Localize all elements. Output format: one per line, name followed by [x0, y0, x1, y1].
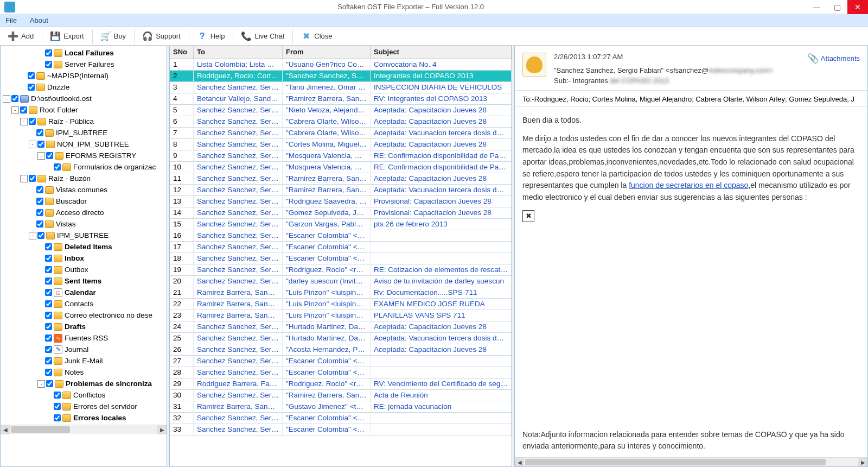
tree-node[interactable]: IPM_SUBTREE — [1, 127, 167, 138]
grid-row[interactable]: 9Sanchez Sanchez, Sergio F..."Mosquera V… — [170, 150, 512, 162]
grid-row[interactable]: 23Ramirez Barrera, Sandra ..."Luis Pinzo… — [170, 310, 512, 321]
tree-checkbox[interactable] — [36, 186, 43, 193]
tree-checkbox[interactable] — [36, 129, 43, 136]
grid-row[interactable]: 30Sanchez Sanchez, Sergio F..."Ramirez B… — [170, 390, 512, 401]
tree-node[interactable]: Server Failures — [1, 59, 167, 70]
export-button[interactable]: 💾Export — [44, 29, 90, 44]
grid-row[interactable]: 12Sanchez Sanchez, Sergio F..."Ramirez B… — [170, 185, 512, 196]
grid-row[interactable]: 25Sanchez Sanchez, Sergio F..."Hurtado M… — [170, 333, 512, 344]
folder-tree-panel[interactable]: Local FailuresServer Failures~MAPISP(Int… — [0, 46, 167, 467]
tree-toggle-icon[interactable]: - — [37, 380, 45, 388]
tree-toggle-icon[interactable]: - — [29, 232, 36, 239]
tree-checkbox[interactable] — [46, 380, 53, 387]
tree-toggle-icon[interactable]: - — [11, 106, 19, 114]
tree-node[interactable]: ~MAPISP(Internal) — [1, 70, 167, 81]
scroll-left-icon[interactable]: ◀ — [1, 425, 10, 434]
attachments-link[interactable]: 📎Attachments — [807, 53, 860, 64]
tree-node[interactable]: Errores del servidor — [1, 401, 167, 412]
grid-row[interactable]: 32Sanchez Sanchez, Sergio F..."Escaner C… — [170, 413, 512, 424]
tree-node[interactable]: Junk E-Mail — [1, 355, 167, 367]
tree-toggle-icon[interactable]: - — [3, 95, 10, 103]
tree-node[interactable]: Outbox — [1, 264, 167, 275]
tree-checkbox[interactable] — [36, 220, 43, 228]
grid-row[interactable]: 24Sanchez Sanchez, Sergio F..."Hurtado M… — [170, 321, 512, 333]
tree-toggle-icon[interactable]: - — [37, 152, 45, 160]
grid-row[interactable]: 21Ramirez Barrera, Sandra ..."Luis Pinzo… — [170, 287, 512, 299]
tree-checkbox[interactable] — [45, 335, 52, 342]
grid-row[interactable]: 31Ramirez Barrera, Sandra ..."Gustavo Ji… — [170, 401, 512, 413]
grid-row[interactable]: 3Sanchez Sanchez, Sergio F..."Tano Jimen… — [170, 82, 512, 93]
tree-checkbox[interactable] — [45, 300, 52, 307]
tree-node[interactable]: Local Failures — [1, 47, 167, 59]
tree-node[interactable]: Buscador — [1, 195, 167, 207]
col-to[interactable]: To — [194, 46, 283, 59]
tree-checkbox[interactable] — [54, 403, 61, 410]
tree-checkbox[interactable] — [45, 277, 52, 285]
tree-node[interactable]: Vistas — [1, 218, 167, 230]
close-button[interactable]: ✖Close — [295, 29, 338, 44]
tree-node[interactable]: Vistas comunes — [1, 184, 167, 195]
message-grid-panel[interactable]: SNo To From Subject 1Lista Colombia; Lis… — [169, 46, 512, 467]
tree-checkbox[interactable] — [36, 209, 43, 216]
tree-checkbox[interactable] — [45, 369, 52, 376]
tree-checkbox[interactable] — [45, 61, 52, 68]
tree-node[interactable]: -Root Folder — [1, 104, 167, 116]
grid-row[interactable]: 22Ramirez Barrera, Sandra ..."Luis Pinzo… — [170, 299, 512, 310]
tree-node[interactable]: -NON_IPM_SUBTREE — [1, 138, 167, 150]
tree-node[interactable]: -Problemas de sincroniza — [1, 378, 167, 389]
col-subject[interactable]: Subject — [371, 46, 512, 59]
menu-about[interactable]: About — [30, 16, 48, 24]
grid-row[interactable]: 6Sanchez Sanchez, Sergio F..."Cabrera Ol… — [170, 116, 512, 128]
minimize-button[interactable]: — — [806, 0, 827, 14]
scroll-left-icon[interactable]: ◀ — [515, 458, 524, 467]
grid-row[interactable]: 15Sanchez Sanchez, Sergio F..."Garzon Va… — [170, 219, 512, 230]
tree-checkbox[interactable] — [29, 175, 36, 182]
add-button[interactable]: ➕Add — [2, 29, 40, 44]
tree-checkbox[interactable] — [28, 72, 35, 79]
tree-node[interactable]: Inbox — [1, 253, 167, 264]
preview-hscroll[interactable]: ◀ ▶ — [515, 457, 867, 466]
help-button[interactable]: ?Help — [192, 29, 231, 44]
tree-checkbox[interactable] — [37, 141, 44, 148]
buy-button[interactable]: 🛒Buy — [95, 29, 132, 44]
tree-checkbox[interactable] — [28, 84, 35, 91]
tree-node[interactable]: Correo electrónico no dese — [1, 310, 167, 321]
grid-row[interactable]: 7Sanchez Sanchez, Sergio F..."Cabrera Ol… — [170, 128, 512, 139]
tree-node[interactable]: ✎Journal — [1, 344, 167, 355]
scroll-right-icon[interactable]: ▶ — [157, 425, 167, 434]
grid-row[interactable]: 13Sanchez Sanchez, Sergio F..."Rodriguez… — [170, 196, 512, 207]
grid-row[interactable]: 29Rodriguez Barrera, Fabio"Rodriguez, Ro… — [170, 378, 512, 390]
tree-checkbox[interactable] — [54, 392, 61, 399]
support-button[interactable]: 🎧Support — [137, 29, 187, 44]
col-from[interactable]: From — [283, 46, 371, 59]
tree-toggle-icon[interactable]: - — [20, 118, 28, 125]
grid-row[interactable]: 28Sanchez Sanchez, Sergio F..."Escaner C… — [170, 367, 512, 378]
grid-row[interactable]: 33Sanchez Sanchez, Sergio F..."Escaner C… — [170, 424, 512, 436]
body-link[interactable]: funcion de secretarios en el copaso — [629, 181, 748, 190]
tree-node[interactable]: ◱Calendar — [1, 287, 167, 298]
tree-hscroll[interactable]: ◀ ▶ — [1, 425, 167, 434]
tree-node[interactable]: Formularios de organizac — [1, 161, 167, 173]
tree-node[interactable]: Errores locales — [1, 412, 167, 424]
tree-checkbox[interactable] — [45, 49, 52, 56]
grid-row[interactable]: 2Rodriguez, Rocio; Cortes ..."Sanchez Sa… — [170, 71, 512, 82]
tree-node[interactable]: -IPM_SUBTREE — [1, 230, 167, 241]
tree-node[interactable]: -Raíz - Pública — [1, 116, 167, 127]
grid-row[interactable]: 11Sanchez Sanchez, Sergio F..."Ramirez B… — [170, 173, 512, 185]
maximize-button[interactable]: ▢ — [827, 0, 847, 14]
tree-node[interactable]: Conflictos — [1, 389, 167, 401]
tree-checkbox[interactable] — [54, 163, 61, 171]
tree-node[interactable]: Sent Items — [1, 275, 167, 287]
tree-toggle-icon[interactable]: - — [29, 141, 36, 148]
tree-checkbox[interactable] — [45, 357, 52, 364]
tree-toggle-icon[interactable]: - — [20, 175, 28, 182]
tree-checkbox[interactable] — [46, 152, 53, 159]
menu-file[interactable]: File — [5, 16, 17, 24]
grid-row[interactable]: 26Sanchez Sanchez, Sergio F..."Acosta He… — [170, 344, 512, 356]
grid-row[interactable]: 18Sanchez Sanchez, Sergio F..."Escaner C… — [170, 253, 512, 264]
tree-node[interactable]: -Raíz - Buzón — [1, 173, 167, 184]
tree-node[interactable]: ∿Fuentes RSS — [1, 332, 167, 344]
grid-row[interactable]: 5Sanchez Sanchez, Sergio F..."Nieto Velo… — [170, 105, 512, 116]
tree-node[interactable]: Notes — [1, 367, 167, 378]
livechat-button[interactable]: 📞Live Chat — [235, 29, 290, 44]
